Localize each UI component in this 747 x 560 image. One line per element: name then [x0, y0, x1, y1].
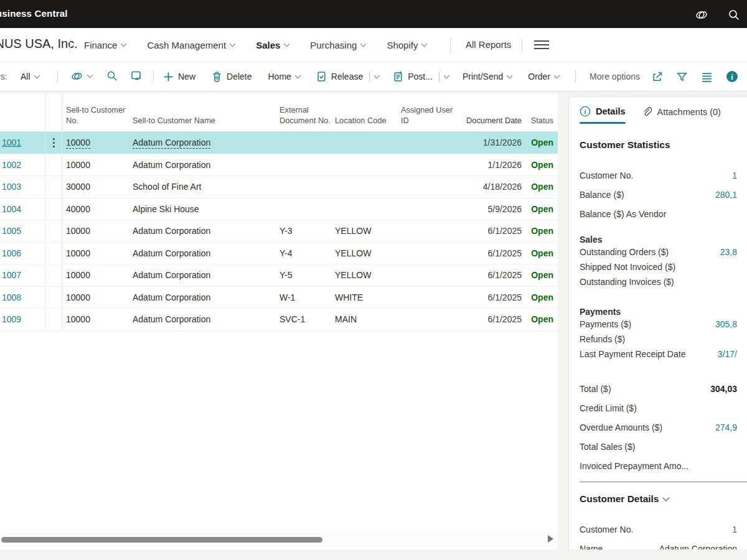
cell-sellto-no[interactable]: 10000: [62, 160, 129, 170]
status-badge[interactable]: Open: [531, 292, 553, 302]
print-send-menu[interactable]: Print/Send: [463, 72, 512, 82]
copilot-icon[interactable]: [695, 8, 708, 22]
chevron-down-icon[interactable]: [443, 72, 449, 78]
nav-item-purchasing[interactable]: Purchasing: [310, 40, 365, 50]
status-badge[interactable]: Open: [531, 204, 553, 214]
tab-attachments[interactable]: Attachments (0): [642, 107, 721, 118]
cell-location[interactable]: WHITE: [331, 292, 397, 302]
order-no-link[interactable]: 1005: [2, 226, 21, 236]
cell-sellto-name[interactable]: Adatum Corporation: [129, 160, 276, 170]
cell-location[interactable]: YELLOW: [331, 270, 397, 280]
table-row[interactable]: 1002 10000 Adatum Corporation 1/1/2026 O…: [0, 154, 558, 177]
cell-sellto-name[interactable]: Adatum Corporation: [133, 138, 210, 149]
tab-details[interactable]: i Details: [580, 106, 626, 118]
release-button[interactable]: Release: [316, 71, 379, 82]
detail-value-link[interactable]: 1: [732, 525, 737, 534]
cell-sellto-no[interactable]: 10000: [62, 314, 129, 324]
cell-location[interactable]: YELLOW: [331, 226, 397, 236]
cell-sellto-no[interactable]: 10000: [66, 138, 90, 149]
status-badge[interactable]: Open: [531, 182, 553, 192]
more-options-button[interactable]: More options: [590, 72, 640, 82]
scroll-right-arrow-icon[interactable]: [548, 535, 553, 543]
table-row[interactable]: 1004 40000 Alpine Ski House 5/9/2026 Ope…: [0, 198, 558, 221]
order-no-link[interactable]: 1008: [2, 292, 21, 302]
share-icon[interactable]: [651, 71, 663, 83]
customer-details-header[interactable]: Customer Details: [580, 493, 747, 505]
cell-external-doc[interactable]: SVC-1: [276, 314, 331, 324]
detail-value-name[interactable]: Adatum Corporation: [659, 544, 737, 550]
stat-value-link[interactable]: 23,8: [720, 247, 737, 257]
cell-doc-date[interactable]: 5/9/2026: [463, 204, 522, 214]
search-icon[interactable]: [727, 8, 741, 22]
cell-sellto-no[interactable]: 10000: [62, 270, 129, 280]
info-icon[interactable]: i: [726, 70, 738, 83]
cell-sellto-name[interactable]: Adatum Corporation: [129, 226, 276, 236]
col-header-status[interactable]: Status: [522, 116, 558, 131]
order-no-link[interactable]: 1001: [2, 138, 21, 147]
cell-external-doc[interactable]: Y-4: [276, 248, 331, 258]
stat-value-link[interactable]: 305,8: [715, 319, 737, 329]
stat-value-link[interactable]: 274,9: [715, 422, 737, 432]
cell-external-doc[interactable]: Y-3: [276, 226, 331, 236]
status-badge[interactable]: Open: [531, 160, 553, 170]
cell-sellto-name[interactable]: Alpine Ski House: [129, 204, 276, 214]
order-no-link[interactable]: 1003: [2, 182, 21, 192]
nav-item-cash-management[interactable]: Cash Management: [147, 40, 235, 50]
new-button[interactable]: New: [163, 72, 195, 82]
col-header-assigned-user[interactable]: Assigned User ID: [397, 105, 463, 131]
company-name[interactable]: CRONUS USA, Inc.: [0, 37, 78, 51]
table-row[interactable]: 1003 30000 School of Fine Art 4/18/2026 …: [0, 176, 558, 198]
nav-item-shopify[interactable]: Shopify: [387, 40, 426, 50]
order-no-link[interactable]: 1002: [2, 160, 21, 170]
chevron-down-icon[interactable]: [374, 72, 380, 78]
post-button[interactable]: Post...: [393, 71, 449, 82]
col-header-sellto-no[interactable]: Sell-to Customer No.: [62, 105, 129, 131]
stat-value-link[interactable]: 3/17/: [718, 349, 737, 359]
order-no-link[interactable]: 1009: [2, 314, 21, 324]
cell-doc-date[interactable]: 1/31/2026: [463, 138, 522, 147]
col-header-doc-date[interactable]: Document Date: [463, 116, 522, 131]
nav-item-finance[interactable]: Finance: [84, 40, 126, 50]
cell-sellto-no[interactable]: 30000: [62, 182, 129, 192]
order-no-link[interactable]: 1004: [2, 204, 21, 214]
cell-doc-date[interactable]: 6/1/2025: [463, 314, 522, 324]
cell-sellto-no[interactable]: 10000: [62, 226, 129, 236]
scrollbar-thumb[interactable]: [1, 537, 322, 543]
table-row[interactable]: 1001 10000 Adatum Corporation 1/31/2026 …: [0, 132, 558, 154]
cell-doc-date[interactable]: 4/18/2026: [463, 182, 522, 192]
status-badge[interactable]: Open: [531, 248, 553, 258]
col-header-external-doc[interactable]: External Document No.: [276, 105, 331, 131]
table-row[interactable]: 1006 10000 Adatum Corporation Y-4 YELLOW…: [0, 243, 558, 265]
col-header-no[interactable]: [0, 93, 45, 131]
cell-doc-date[interactable]: 1/1/2026: [463, 160, 522, 170]
cell-sellto-name[interactable]: Adatum Corporation: [129, 248, 276, 258]
horizontal-scrollbar[interactable]: [0, 532, 558, 548]
table-row[interactable]: 1008 10000 Adatum Corporation W-1 WHITE …: [0, 287, 558, 309]
cell-doc-date[interactable]: 6/1/2025: [463, 292, 522, 302]
stat-value-link[interactable]: 280,1: [715, 190, 737, 200]
cell-sellto-no[interactable]: 10000: [62, 292, 129, 302]
status-badge[interactable]: Open: [531, 314, 553, 324]
order-no-link[interactable]: 1006: [2, 248, 21, 258]
list-view-icon[interactable]: [701, 71, 713, 83]
table-row[interactable]: 1007 10000 Adatum Corporation Y-5 YELLOW…: [0, 264, 558, 287]
row-context-menu[interactable]: [45, 132, 62, 154]
table-row[interactable]: 1009 10000 Adatum Corporation SVC-1 MAIN…: [0, 309, 558, 331]
cell-sellto-name[interactable]: School of Fine Art: [129, 182, 276, 192]
status-badge[interactable]: Open: [531, 138, 553, 147]
cell-sellto-name[interactable]: Adatum Corporation: [129, 292, 276, 302]
status-badge[interactable]: Open: [531, 270, 553, 280]
order-menu[interactable]: Order: [528, 72, 559, 82]
status-badge[interactable]: Open: [531, 226, 553, 236]
cell-external-doc[interactable]: W-1: [276, 292, 331, 302]
col-header-sellto-name[interactable]: Sell-to Customer Name: [129, 116, 276, 131]
cell-external-doc[interactable]: Y-5: [276, 270, 331, 280]
delete-button[interactable]: Delete: [212, 71, 251, 82]
cell-doc-date[interactable]: 6/1/2025: [463, 248, 522, 258]
filter-icon[interactable]: [676, 71, 688, 83]
view-filter-dropdown[interactable]: All: [21, 72, 39, 82]
order-no-link[interactable]: 1007: [2, 270, 21, 280]
home-menu[interactable]: Home: [268, 72, 299, 82]
cell-sellto-name[interactable]: Adatum Corporation: [129, 270, 276, 280]
copilot-icon[interactable]: [70, 70, 92, 83]
